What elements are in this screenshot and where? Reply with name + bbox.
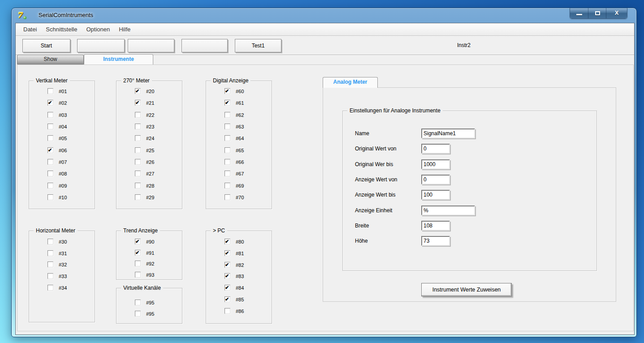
checkbox-34[interactable] <box>48 285 53 291</box>
checkbox-27[interactable] <box>135 171 141 176</box>
checkbox-95[interactable] <box>135 311 141 317</box>
field-input-original-wert-von[interactable] <box>421 144 450 154</box>
checkbox-86[interactable] <box>225 308 230 314</box>
checkbox-20[interactable]: ✔ <box>135 88 141 94</box>
field-label-original-wert-von: Original Wert von <box>355 144 396 154</box>
checkbox-01[interactable] <box>48 88 53 94</box>
checkbox-67[interactable] <box>225 171 230 176</box>
checkbox-83[interactable]: ✔ <box>225 273 230 279</box>
close-icon: X <box>606 9 627 16</box>
checkbox-60[interactable]: ✔ <box>225 88 230 94</box>
checkbox-label: #06 <box>59 147 67 154</box>
checkbox-62[interactable] <box>225 112 230 118</box>
toolbar-button-2[interactable] <box>77 39 125 52</box>
field-input-original-wer-bis[interactable] <box>421 159 450 169</box>
checkbox-label: #28 <box>146 183 154 189</box>
maximize-button[interactable] <box>588 8 606 18</box>
field-input-breite[interactable] <box>421 221 450 231</box>
checkbox-label: #92 <box>146 261 154 267</box>
window-title: SerialComIntruments <box>39 8 93 23</box>
checkbox-26[interactable] <box>135 159 141 165</box>
checkbox-label: #04 <box>59 124 67 130</box>
toolbar-button-4[interactable] <box>182 39 228 52</box>
checkbox-22[interactable] <box>135 112 141 118</box>
checkbox-05[interactable] <box>48 135 53 141</box>
checkbox-label: #85 <box>236 296 244 303</box>
checkbox-91[interactable]: ✔ <box>135 250 141 256</box>
toolbar-button-test1[interactable]: Test1 <box>235 39 281 52</box>
groupbox-title: Horizontal Meter <box>34 227 78 234</box>
menu-item-schnittstelle[interactable]: Schnittstelle <box>41 23 82 36</box>
toolbar-button-start[interactable]: Start <box>22 39 70 52</box>
field-input-name[interactable] <box>421 129 475 138</box>
checkbox-06[interactable]: ✔ <box>48 147 53 153</box>
checkbox-64[interactable] <box>225 135 230 141</box>
checkbox-08[interactable] <box>48 171 53 176</box>
checkbox-23[interactable] <box>135 124 141 129</box>
check-icon: ✔ <box>225 284 230 291</box>
close-button[interactable]: X <box>606 8 627 18</box>
checkbox-label: #80 <box>236 239 244 245</box>
checkbox-93[interactable] <box>135 272 141 278</box>
menu-bar: DateiSchnittstelleOptionenHilfe <box>16 23 634 36</box>
checkbox-label: #65 <box>236 147 244 154</box>
checkbox-10[interactable] <box>48 194 53 200</box>
tab-show[interactable]: Show <box>17 55 84 64</box>
checkbox-82[interactable]: ✔ <box>225 262 230 268</box>
checkbox-30[interactable] <box>48 239 53 244</box>
check-icon: ✔ <box>135 249 140 256</box>
checkbox-95[interactable] <box>135 300 141 305</box>
groupbox-title: Digital Anzeige <box>211 77 251 84</box>
checkbox-69[interactable] <box>225 183 230 189</box>
checkbox-85[interactable]: ✔ <box>225 296 230 302</box>
groupbox-horizontal-meter: Horizontal Meter#30#31#32#33#34 <box>29 231 95 322</box>
checkbox-label: #30 <box>59 239 67 245</box>
app-icon: 7 <box>17 11 26 20</box>
title-bar[interactable]: 7 SerialComIntruments <box>12 8 636 23</box>
checkbox-label: #67 <box>236 171 244 177</box>
checkbox-31[interactable] <box>48 250 53 256</box>
checkbox-25[interactable] <box>135 147 141 153</box>
checkbox-04[interactable] <box>48 124 53 129</box>
field-input-höhe[interactable] <box>421 236 450 246</box>
field-label-original-wer-bis: Original Wer bis <box>355 159 393 169</box>
checkbox-02[interactable]: ✔ <box>48 100 53 106</box>
checkbox-21[interactable]: ✔ <box>135 100 141 106</box>
checkbox-09[interactable] <box>48 183 53 189</box>
assign-values-button[interactable]: Instrument Werte Zuweisen <box>421 283 512 296</box>
checkbox-07[interactable] <box>48 159 53 165</box>
checkbox-61[interactable]: ✔ <box>225 100 230 106</box>
checkbox-92[interactable] <box>135 261 141 266</box>
checkbox-label: #60 <box>236 88 244 94</box>
groupbox-title: Virtuelle Kanäle <box>121 285 163 292</box>
checkbox-80[interactable]: ✔ <box>225 239 230 244</box>
checkbox-29[interactable] <box>135 194 141 200</box>
checkbox-65[interactable] <box>225 147 230 153</box>
checkbox-66[interactable] <box>225 159 230 165</box>
menu-item-optionen[interactable]: Optionen <box>82 23 114 36</box>
checkbox-label: #27 <box>146 171 154 177</box>
field-input-anzeige-wert-von[interactable] <box>421 175 450 184</box>
tab-instrumente[interactable]: Instrumente <box>84 54 153 64</box>
minimize-button[interactable] <box>570 8 588 18</box>
checkbox-label: #82 <box>236 262 244 268</box>
checkbox-label: #02 <box>59 100 67 106</box>
field-input-anzeige-wert-bis[interactable] <box>421 190 450 200</box>
checkbox-63[interactable] <box>225 124 230 129</box>
toolbar-button-3[interactable] <box>128 39 174 52</box>
checkbox-33[interactable] <box>48 273 53 279</box>
field-input-anzeige-einheit[interactable] <box>421 206 475 215</box>
menu-item-hilfe[interactable]: Hilfe <box>114 23 135 36</box>
checkbox-81[interactable]: ✔ <box>225 250 230 256</box>
right-tab-analog-meter[interactable]: Analog Meter <box>323 77 378 88</box>
checkbox-label: #84 <box>236 285 244 291</box>
checkbox-32[interactable] <box>48 262 53 267</box>
checkbox-28[interactable] <box>135 183 141 189</box>
checkbox-70[interactable] <box>225 194 230 200</box>
checkbox-24[interactable] <box>135 135 141 141</box>
checkbox-90[interactable]: ✔ <box>135 239 141 244</box>
checkbox-03[interactable] <box>48 112 53 118</box>
checkbox-label: #95 <box>146 311 154 317</box>
checkbox-84[interactable]: ✔ <box>225 285 230 291</box>
menu-item-datei[interactable]: Datei <box>19 23 41 36</box>
